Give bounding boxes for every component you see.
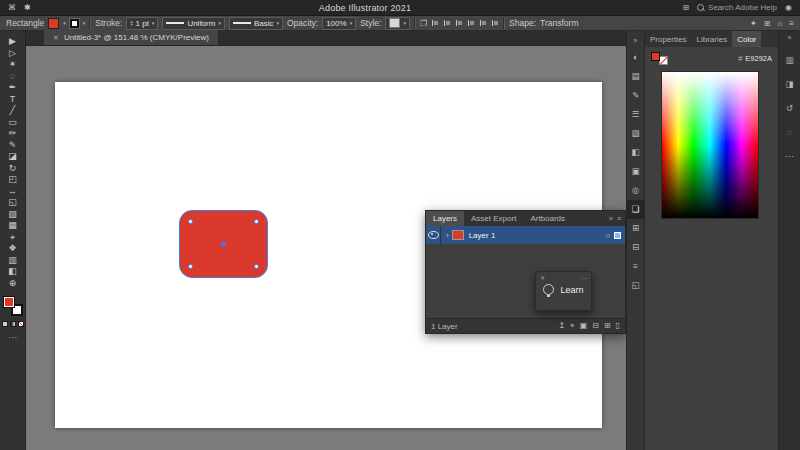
fill-caret-icon[interactable]: ▾ xyxy=(63,20,66,26)
graphic-styles-panel-icon[interactable]: ▣ xyxy=(627,162,645,181)
hex-value[interactable]: E9292A xyxy=(745,54,772,63)
stepper-arrows-icon[interactable]: ▴▾ xyxy=(130,20,132,26)
align-right-icon[interactable] xyxy=(455,19,463,27)
expand-panels-icon[interactable]: » xyxy=(788,34,792,41)
tab-libraries[interactable]: Libraries xyxy=(691,31,732,47)
align-v-middle-icon[interactable] xyxy=(479,19,487,27)
corner-radius-widget[interactable] xyxy=(254,219,259,224)
collapse-panel-icon[interactable]: » xyxy=(609,215,613,222)
selection-tool[interactable]: ▶ xyxy=(2,36,24,48)
variable-width-profile-dropdown[interactable]: Uniform ▾ xyxy=(162,17,225,30)
apply-none-button[interactable] xyxy=(18,321,24,327)
transform-link[interactable]: Transform xyxy=(540,18,578,28)
learn-label[interactable]: Learn xyxy=(560,285,583,295)
new-sublayer-icon[interactable]: ⊟ xyxy=(592,321,599,331)
canvas[interactable]: Layers Asset Export Artboards » ≡ › xyxy=(26,46,626,450)
gradient-tool[interactable]: ▨ xyxy=(2,209,24,221)
stroke-none-swatch[interactable] xyxy=(659,56,668,65)
asset-export-panel-icon[interactable]: ⊟ xyxy=(627,238,645,257)
chevron-down-icon[interactable]: ▾ xyxy=(350,20,353,26)
visibility-cell[interactable] xyxy=(426,226,441,244)
app-menu-icon[interactable]: ✱ xyxy=(24,3,31,12)
libraries-panel-icon[interactable]: ▥ xyxy=(785,55,793,65)
rectangle-tool[interactable]: ▭ xyxy=(2,117,24,129)
fill-proxy-swatch[interactable] xyxy=(3,296,15,308)
properties-panel-icon[interactable]: ◨ xyxy=(785,79,793,89)
eyedropper-tool[interactable]: ⌖ xyxy=(2,232,24,244)
center-anchor-point[interactable] xyxy=(221,242,226,247)
delete-selection-icon[interactable]: ▯ xyxy=(616,321,620,331)
scale-tool[interactable]: ◰ xyxy=(2,174,24,186)
paintbrush-tool[interactable]: ✏ xyxy=(2,128,24,140)
color-spectrum[interactable] xyxy=(661,71,759,219)
layers-panel-icon[interactable]: ❏ xyxy=(627,200,645,219)
apply-color-button[interactable] xyxy=(2,321,8,327)
close-icon[interactable]: ✕ xyxy=(53,34,59,42)
layer-thumbnail[interactable] xyxy=(452,230,464,240)
selection-color-indicator[interactable] xyxy=(614,232,621,239)
history-panel-icon[interactable]: ↺ xyxy=(786,103,793,113)
tab-color[interactable]: Color xyxy=(732,31,761,47)
artboards-panel-icon[interactable]: ⊞ xyxy=(627,219,645,238)
expand-panels-icon[interactable]: » xyxy=(634,34,638,48)
touch-workspace-icon[interactable]: ✦ xyxy=(750,19,757,28)
chevron-down-icon[interactable]: ▾ xyxy=(218,20,221,26)
corner-radius-widget[interactable] xyxy=(188,219,193,224)
fill-stroke-indicator[interactable] xyxy=(3,296,23,316)
more-options-icon[interactable]: ⋯ xyxy=(581,274,587,281)
rotate-tool[interactable]: ↻ xyxy=(2,163,24,175)
transparency-panel-icon[interactable]: ◧ xyxy=(627,143,645,162)
lasso-tool[interactable]: ◌ xyxy=(2,71,24,83)
appearance-panel-icon[interactable]: ◎ xyxy=(627,181,645,200)
stroke-caret-icon[interactable]: ▾ xyxy=(83,20,86,26)
make-clipping-mask-icon[interactable]: ▣ xyxy=(580,321,588,331)
target-circle-icon[interactable]: ○ xyxy=(605,231,610,240)
edit-toolbar-icon[interactable]: ⋯ xyxy=(9,333,17,342)
stroke-weight-stepper[interactable]: ▴▾ 1 pt ▾ xyxy=(126,17,158,30)
apple-menu-icon[interactable]: ⌘ xyxy=(8,3,16,12)
fill-stroke-indicator[interactable] xyxy=(651,52,668,65)
line-segment-tool[interactable]: ╱ xyxy=(2,105,24,117)
workspace-switcher-icon[interactable]: ⌂ xyxy=(777,19,782,28)
locate-object-icon[interactable]: ⌖ xyxy=(570,321,575,331)
new-layer-icon[interactable]: ⊞ xyxy=(604,321,611,331)
more-panels-icon[interactable]: ⋯ xyxy=(785,151,794,161)
chevron-down-icon[interactable]: ▾ xyxy=(403,20,406,26)
width-tool[interactable]: ↔ xyxy=(2,186,24,198)
artboard-tool[interactable]: ◧ xyxy=(2,266,24,278)
gradient-panel-icon[interactable]: ▨ xyxy=(627,124,645,143)
align-top-icon[interactable] xyxy=(467,19,475,27)
siri-icon[interactable]: ◉ xyxy=(785,3,792,12)
fill-color-swatch[interactable] xyxy=(48,18,59,29)
tab-properties[interactable]: Properties xyxy=(645,31,691,47)
tab-asset-export[interactable]: Asset Export xyxy=(464,211,523,226)
align-bottom-icon[interactable] xyxy=(491,19,499,27)
zoom-tool[interactable]: ⊕ xyxy=(2,278,24,290)
chevron-down-icon[interactable]: ▾ xyxy=(276,20,279,26)
fill-swatch[interactable] xyxy=(651,52,660,61)
selected-rounded-rectangle[interactable] xyxy=(179,210,268,278)
panel-menu-icon[interactable]: ≡ xyxy=(617,215,621,222)
document-setup-icon[interactable]: ❐ xyxy=(420,19,427,28)
corner-radius-widget[interactable] xyxy=(188,264,193,269)
direct-selection-tool[interactable]: ▷ xyxy=(2,48,24,60)
swatches-panel-icon[interactable]: ▤ xyxy=(627,67,645,86)
disclosure-icon[interactable]: › xyxy=(446,231,449,240)
brushes-panel-icon[interactable]: ✎ xyxy=(627,86,645,105)
close-icon[interactable]: ✕ xyxy=(540,274,545,281)
menu-extras-icon[interactable]: ⊞ xyxy=(682,3,689,12)
tab-artboards[interactable]: Artboards xyxy=(523,211,572,226)
layer-row[interactable]: › Layer 1 ○ xyxy=(426,226,625,244)
eye-icon[interactable] xyxy=(428,231,439,239)
eraser-tool[interactable]: ◪ xyxy=(2,151,24,163)
opacity-dropdown[interactable]: 100% ▾ xyxy=(322,17,356,30)
help-search[interactable]: Search Adobe Help xyxy=(697,3,777,12)
pencil-tool[interactable]: ✎ xyxy=(2,140,24,152)
style-dropdown[interactable]: ▾ xyxy=(385,17,410,30)
panel-menu-icon[interactable]: ≡ xyxy=(789,19,794,28)
corner-radius-widget[interactable] xyxy=(254,264,259,269)
shape-builder-tool[interactable]: ◱ xyxy=(2,197,24,209)
pathfinder-panel-icon[interactable]: ◱ xyxy=(627,276,645,295)
align-panel-icon[interactable]: ≡ xyxy=(627,257,645,276)
comments-panel-icon[interactable]: ◌ xyxy=(787,127,792,137)
